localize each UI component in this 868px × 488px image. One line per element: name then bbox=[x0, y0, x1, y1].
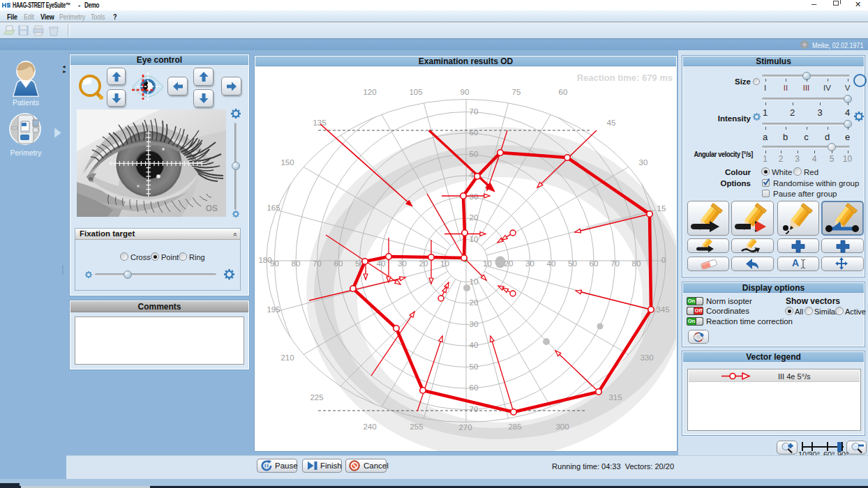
svg-text:20: 20 bbox=[504, 259, 514, 268]
svg-text:60: 60 bbox=[590, 259, 599, 268]
svg-text:90: 90 bbox=[461, 88, 470, 96]
svg-text:60: 60 bbox=[334, 259, 343, 268]
svg-text:30: 30 bbox=[525, 259, 534, 268]
svg-text:60: 60 bbox=[559, 88, 568, 96]
svg-text:165: 165 bbox=[267, 204, 280, 212]
svg-text:20: 20 bbox=[419, 259, 428, 268]
svg-text:240: 240 bbox=[363, 422, 376, 431]
svg-text:OS: OS bbox=[206, 204, 218, 213]
svg-text:105: 105 bbox=[409, 88, 422, 96]
svg-text:70: 70 bbox=[470, 405, 479, 413]
svg-text:120: 120 bbox=[363, 88, 376, 96]
svg-text:40: 40 bbox=[470, 341, 479, 349]
svg-text:75: 75 bbox=[512, 88, 521, 96]
svg-text:40: 40 bbox=[377, 259, 386, 268]
svg-text:10: 10 bbox=[470, 235, 479, 243]
svg-text:90: 90 bbox=[270, 259, 279, 268]
svg-text:50: 50 bbox=[470, 150, 479, 158]
svg-text:Reaction time: 679 ms: Reaction time: 679 ms bbox=[577, 73, 673, 83]
svg-text:150: 150 bbox=[280, 158, 294, 167]
svg-text:15: 15 bbox=[657, 204, 666, 213]
svg-text:60: 60 bbox=[470, 128, 479, 137]
svg-text:345: 345 bbox=[656, 305, 669, 314]
svg-text:45: 45 bbox=[607, 119, 616, 127]
svg-text:0: 0 bbox=[661, 256, 666, 264]
svg-text:80: 80 bbox=[292, 259, 301, 268]
svg-text:300: 300 bbox=[555, 422, 569, 431]
svg-text:30: 30 bbox=[470, 320, 479, 328]
svg-text:80: 80 bbox=[632, 259, 641, 268]
svg-text:225: 225 bbox=[310, 393, 323, 402]
svg-text:10: 10 bbox=[440, 259, 449, 268]
svg-text:70: 70 bbox=[611, 259, 620, 268]
svg-text:50: 50 bbox=[470, 363, 479, 371]
svg-text:10: 10 bbox=[470, 277, 479, 286]
svg-text:40: 40 bbox=[547, 259, 556, 268]
svg-text:70: 70 bbox=[313, 259, 322, 268]
svg-text:270: 270 bbox=[458, 423, 472, 432]
svg-text:10: 10 bbox=[483, 259, 492, 268]
svg-text:255: 255 bbox=[410, 422, 423, 431]
svg-text:135: 135 bbox=[313, 119, 326, 127]
svg-text:20: 20 bbox=[470, 213, 479, 222]
svg-text:60: 60 bbox=[470, 383, 479, 392]
svg-text:70: 70 bbox=[470, 107, 479, 116]
svg-text:210: 210 bbox=[280, 353, 294, 362]
svg-text:20: 20 bbox=[470, 298, 479, 307]
svg-text:315: 315 bbox=[608, 393, 622, 402]
svg-text:30: 30 bbox=[639, 158, 648, 167]
svg-text:50: 50 bbox=[568, 259, 577, 268]
svg-text:30: 30 bbox=[398, 259, 407, 268]
svg-text:195: 195 bbox=[267, 305, 280, 314]
svg-text:330: 330 bbox=[640, 353, 653, 362]
svg-text:285: 285 bbox=[508, 422, 521, 431]
